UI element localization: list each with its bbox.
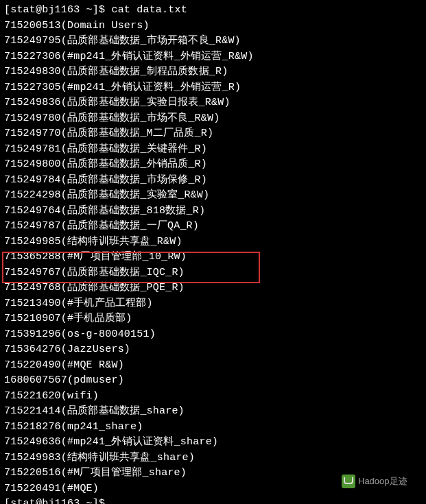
terminal-line: 715224298(品质部基础数据_实验室_R&W) <box>4 188 422 204</box>
terminal-line: 715227306(#mp241_外销认证资料_外销运营_R&W) <box>4 49 422 65</box>
wechat-icon <box>342 475 355 488</box>
terminal-line: 715249795(品质部基础数据_市场开箱不良_R&W) <box>4 34 422 49</box>
terminal-line: 715221414(品质部基础数据_share) <box>4 404 422 420</box>
terminal-line: 715200513(Domain Users) <box>4 19 422 34</box>
terminal-line: 1680607567(pdmuser) <box>4 373 422 389</box>
terminal-line: 715249787(品质部基础数据_一厂QA_R) <box>4 219 422 235</box>
terminal-line: 715221620(wifi) <box>4 389 422 405</box>
terminal-line: [stat@bj1163 ~]$ <box>4 496 422 504</box>
terminal-line: 715249800(品质部基础数据_外销品质_R) <box>4 157 422 173</box>
terminal-line: 715249780(品质部基础数据_市场不良_R&W) <box>4 111 422 127</box>
terminal-line: [stat@bj1163 ~]$ cat data.txt <box>4 3 422 19</box>
terminal-line: 715249836(品质部基础数据_实验日报表_R&W) <box>4 95 422 111</box>
terminal-output: [stat@bj1163 ~]$ cat data.txt715200513(D… <box>4 3 422 504</box>
terminal-line: 715213490(#手机产品工程部) <box>4 296 422 312</box>
terminal-line: 715218276(mp241_share) <box>4 420 422 435</box>
terminal-line: 715249983(结构特训班共享盘_share) <box>4 451 422 466</box>
terminal-line: 715364276(JazzUsers) <box>4 342 422 358</box>
terminal-line: 715249770(品质部基础数据_M二厂品质_R) <box>4 126 422 142</box>
terminal-line: 715249764(品质部基础数据_818数据_R) <box>4 204 422 219</box>
terminal-line: 715220490(#MQE R&W) <box>4 358 422 374</box>
terminal-line: 715365288(#M厂项目管理部_10_RW) <box>4 250 422 265</box>
terminal-line: 715227305(#mp241_外销认证资料_外销运营_R) <box>4 80 422 96</box>
terminal-line: 715249768(品质部基础数据_PQE_R) <box>4 280 422 296</box>
terminal-line: 715391296(os-g-80040151) <box>4 327 422 343</box>
terminal-line: 715249830(品质部基础数据_制程品质数据_R) <box>4 64 422 80</box>
watermark-text: Hadoop足迹 <box>358 475 407 488</box>
terminal-line: 715249781(品质部基础数据_关键器件_R) <box>4 142 422 158</box>
terminal-line: 715249985(结构特训班共享盘_R&W) <box>4 235 422 250</box>
watermark: Hadoop足迹 <box>342 475 407 488</box>
terminal-line: 715249767(品质部基础数据_IQC_R) <box>4 265 422 281</box>
terminal-line: 715249784(品质部基础数据_市场保修_R) <box>4 173 422 189</box>
terminal-line: 715249636(#mp241_外销认证资料_share) <box>4 435 422 451</box>
terminal-line: 715210907(#手机品质部) <box>4 311 422 327</box>
